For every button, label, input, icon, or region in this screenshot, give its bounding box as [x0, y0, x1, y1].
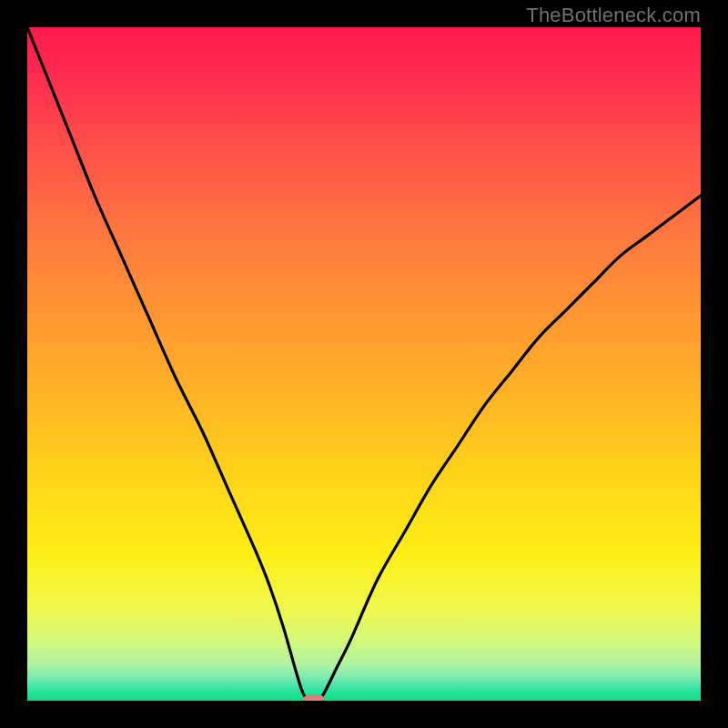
bottleneck-curve: [27, 27, 701, 701]
chart-frame: TheBottleneck.com: [0, 0, 728, 728]
optimal-marker: [303, 694, 325, 701]
plot-area: [27, 27, 701, 701]
watermark-text: TheBottleneck.com: [526, 4, 701, 27]
